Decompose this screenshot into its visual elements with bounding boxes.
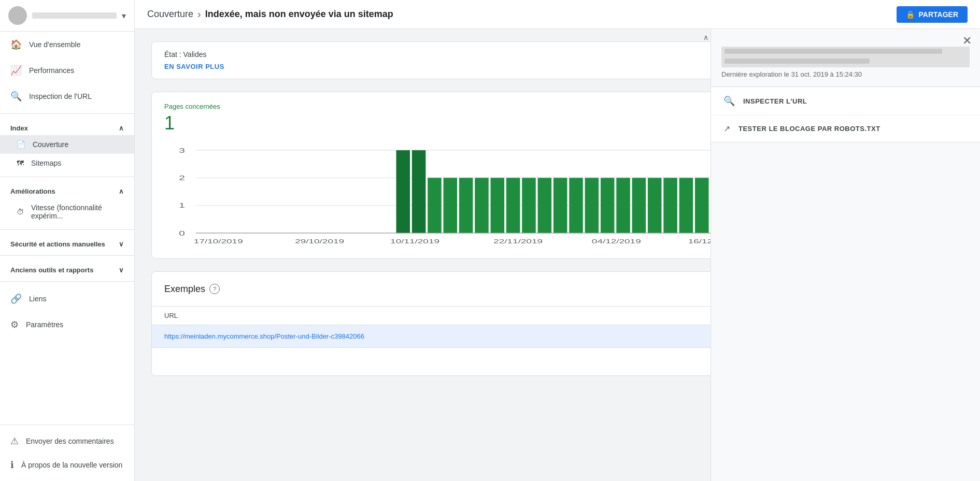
popup-url-area: Dernière exploration le 31 oct. 2019 à 1… bbox=[711, 47, 980, 86]
search-icon: 🔍 bbox=[10, 91, 22, 102]
sidebar-section-anciens-outils[interactable]: Anciens outils et rapports ∨ bbox=[0, 260, 134, 277]
sidebar-item-label: Couverture bbox=[33, 140, 68, 149]
chevron-up-icon: ∧ bbox=[119, 124, 124, 132]
sidebar-item-feedback[interactable]: ⚠ Envoyer des commentaires bbox=[0, 429, 134, 453]
sidebar-item-label: Liens bbox=[29, 295, 46, 303]
sidebar-item-label: Paramètres bbox=[26, 320, 63, 329]
divider bbox=[0, 281, 134, 282]
section-label: Anciens outils et rapports bbox=[10, 266, 93, 274]
sidebar-item-label: Performances bbox=[29, 66, 74, 75]
breadcrumb-separator: › bbox=[197, 8, 201, 20]
popup-crawl-date: Dernière exploration le 31 oct. 2019 à 1… bbox=[721, 70, 970, 78]
home-icon: 🏠 bbox=[10, 39, 22, 50]
popup-close-bar: ✕ bbox=[711, 29, 980, 47]
scroll-up-arrow[interactable]: ∧ bbox=[703, 33, 708, 41]
svg-rect-15 bbox=[506, 178, 520, 233]
divider bbox=[0, 177, 134, 177]
sidebar-item-sitemaps[interactable]: 🗺 Sitemaps bbox=[0, 154, 134, 172]
popup-action-inspecter-url[interactable]: 🔍 INSPECTER L'URL bbox=[711, 87, 980, 115]
sidebar: ▾ 🏠 Vue d'ensemble 📈 Performances 🔍 Insp… bbox=[0, 0, 135, 481]
link-icon: 🔗 bbox=[10, 293, 22, 304]
svg-text:10/11/2019: 10/11/2019 bbox=[390, 238, 439, 244]
svg-text:17/10/2019: 17/10/2019 bbox=[194, 238, 243, 244]
popup-action-label: INSPECTER L'URL bbox=[743, 97, 807, 105]
sidebar-item-inspection-url[interactable]: 🔍 Inspection de l'URL bbox=[0, 83, 134, 109]
section-label: Sécurité et actions manuelles bbox=[10, 240, 105, 248]
svg-rect-19 bbox=[569, 178, 583, 233]
document-icon: 📄 bbox=[17, 140, 25, 149]
popup-action-tester-blocage[interactable]: ↗ TESTER LE BLOCAGE PAR ROBOTS.TXT bbox=[711, 115, 980, 142]
popup-action-label: TESTER LE BLOCAGE PAR ROBOTS.TXT bbox=[738, 125, 880, 133]
svg-text:2: 2 bbox=[179, 174, 185, 182]
chart-icon: 📈 bbox=[10, 65, 22, 76]
svg-rect-23 bbox=[632, 178, 646, 233]
main-content: Couverture › Indexée, mais non envoyée v… bbox=[135, 0, 980, 481]
section-label: Index bbox=[10, 124, 28, 132]
sidebar-item-label: Inspection de l'URL bbox=[29, 92, 92, 100]
svg-rect-21 bbox=[601, 178, 615, 233]
sidebar-item-about[interactable]: ℹ À propos de la nouvelle version bbox=[0, 453, 134, 477]
svg-text:04/12/2019: 04/12/2019 bbox=[592, 238, 641, 244]
svg-text:29/10/2019: 29/10/2019 bbox=[295, 238, 344, 244]
sidebar-item-liens[interactable]: 🔗 Liens bbox=[0, 286, 134, 312]
svg-text:0: 0 bbox=[179, 230, 185, 237]
svg-rect-25 bbox=[663, 178, 677, 233]
lock-icon: 🔒 bbox=[906, 10, 915, 19]
close-button[interactable]: ✕ bbox=[962, 35, 972, 47]
chevron-down-icon: ∨ bbox=[119, 266, 124, 274]
chevron-down-icon[interactable]: ▾ bbox=[122, 11, 126, 21]
topbar: Couverture › Indexée, mais non envoyée v… bbox=[135, 0, 980, 29]
about-label: À propos de la nouvelle version bbox=[21, 461, 122, 469]
divider bbox=[0, 229, 134, 230]
sidebar-item-label: Sitemaps bbox=[31, 159, 61, 167]
svg-rect-12 bbox=[459, 178, 473, 233]
sidebar-item-label: Vitesse (fonctionnalité expérim... bbox=[31, 203, 124, 220]
account-name bbox=[32, 12, 117, 19]
sidebar-section-index[interactable]: Index ∧ bbox=[0, 118, 134, 135]
sidebar-item-performances[interactable]: 📈 Performances bbox=[0, 57, 134, 83]
partager-button[interactable]: 🔒 PARTAGER bbox=[897, 6, 968, 23]
svg-rect-13 bbox=[475, 178, 489, 233]
svg-text:1: 1 bbox=[179, 202, 185, 209]
chevron-down-icon: ∨ bbox=[119, 240, 124, 248]
svg-rect-17 bbox=[538, 178, 552, 233]
breadcrumb: Couverture › Indexée, mais non envoyée v… bbox=[147, 8, 393, 20]
svg-rect-9 bbox=[412, 150, 426, 233]
svg-rect-20 bbox=[585, 178, 599, 233]
divider bbox=[0, 255, 134, 256]
svg-text:3: 3 bbox=[179, 147, 185, 154]
sidebar-header[interactable]: ▾ bbox=[0, 0, 134, 32]
svg-rect-22 bbox=[616, 178, 630, 233]
sidebar-section-securite[interactable]: Sécurité et actions manuelles ∨ bbox=[0, 234, 134, 251]
external-link-icon: ↗ bbox=[723, 124, 730, 134]
timer-icon: ⏱ bbox=[17, 208, 24, 216]
avatar bbox=[8, 6, 27, 25]
exemples-title: Exemples ? bbox=[164, 284, 220, 295]
svg-rect-14 bbox=[491, 178, 505, 233]
breadcrumb-parent[interactable]: Couverture bbox=[147, 9, 193, 20]
popup-actions-card: 🔍 INSPECTER L'URL ↗ TESTER LE BLOCAGE PA… bbox=[711, 86, 980, 142]
popup-panel: ✕ Dernière exploration le 31 oct. 2019 à… bbox=[711, 29, 980, 481]
sidebar-bottom: ⚠ Envoyer des commentaires ℹ À propos de… bbox=[0, 425, 134, 481]
help-icon[interactable]: ? bbox=[209, 284, 220, 294]
sidebar-section-ameliorations[interactable]: Améliorations ∧ bbox=[0, 181, 134, 198]
section-label: Améliorations bbox=[10, 187, 55, 195]
svg-rect-24 bbox=[648, 178, 662, 233]
breadcrumb-current: Indexée, mais non envoyée via un sitemap bbox=[205, 9, 393, 20]
sidebar-item-parametres[interactable]: ⚙ Paramètres bbox=[0, 312, 134, 338]
sidebar-item-couverture[interactable]: 📄 Couverture bbox=[0, 135, 134, 154]
feedback-icon: ⚠ bbox=[10, 435, 19, 447]
divider bbox=[0, 113, 134, 114]
partager-label: PARTAGER bbox=[919, 10, 958, 19]
scroll-indicator: ∧ bbox=[701, 31, 711, 43]
sidebar-item-vue-ensemble[interactable]: 🏠 Vue d'ensemble bbox=[0, 32, 134, 57]
sidebar-item-vitesse[interactable]: ⏱ Vitesse (fonctionnalité expérim... bbox=[0, 198, 134, 225]
popup-url bbox=[721, 47, 970, 67]
svg-text:22/11/2019: 22/11/2019 bbox=[493, 238, 543, 244]
chevron-up-icon: ∧ bbox=[119, 187, 124, 195]
svg-rect-10 bbox=[428, 178, 442, 233]
svg-rect-27 bbox=[695, 178, 709, 233]
gear-icon: ⚙ bbox=[10, 319, 19, 330]
search-icon: 🔍 bbox=[723, 95, 735, 107]
feedback-label: Envoyer des commentaires bbox=[26, 437, 114, 445]
